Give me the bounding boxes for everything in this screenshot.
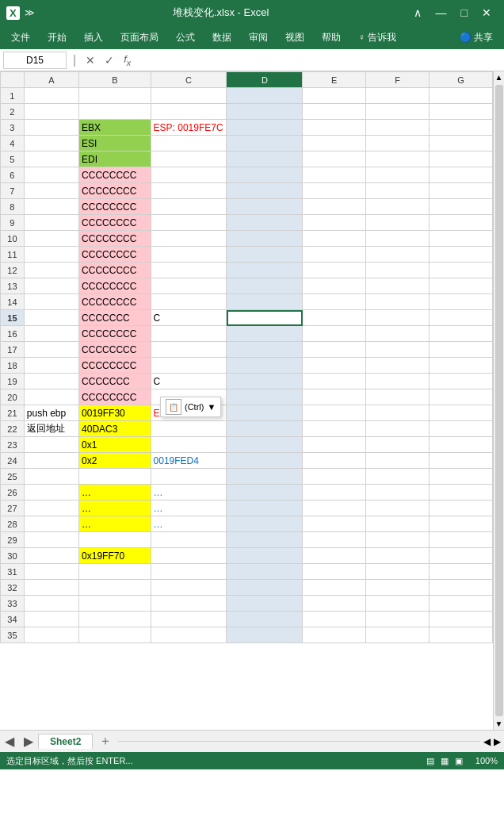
- cell-b13[interactable]: CCCCCCCC: [79, 278, 151, 294]
- cell-c3[interactable]: ESP: 0019FE7C: [151, 120, 227, 136]
- cell-c2[interactable]: [151, 104, 227, 120]
- cell-f16[interactable]: [366, 326, 430, 342]
- cell-a13[interactable]: [24, 278, 78, 294]
- cell-e15[interactable]: [303, 310, 366, 326]
- cell-g18[interactable]: [430, 358, 493, 374]
- cell-d4[interactable]: [227, 136, 303, 152]
- cell-c27[interactable]: …: [151, 501, 227, 516]
- cell-b20[interactable]: CCCCCCCC: [79, 389, 151, 405]
- menu-help[interactable]: 帮助: [314, 28, 349, 48]
- cell-c8[interactable]: [151, 199, 227, 215]
- cell-e1[interactable]: [303, 88, 366, 104]
- menu-view[interactable]: 视图: [277, 28, 312, 48]
- cell-e16[interactable]: [303, 326, 366, 342]
- cell-d18[interactable]: [227, 358, 303, 374]
- insert-function-icon[interactable]: fx: [120, 52, 134, 69]
- cell-b26[interactable]: …: [79, 485, 151, 501]
- cell-g5[interactable]: [430, 152, 493, 167]
- row-header-9[interactable]: 9: [1, 215, 25, 231]
- cell-b6[interactable]: CCCCCCCC: [79, 167, 151, 183]
- cell-d20[interactable]: [227, 389, 303, 405]
- menu-file[interactable]: 文件: [3, 28, 38, 48]
- cell-g4[interactable]: [430, 136, 493, 152]
- cell-c16[interactable]: [151, 326, 227, 342]
- cell-c15[interactable]: C: [151, 310, 227, 326]
- cell-a15[interactable]: [24, 310, 78, 326]
- cell-g3[interactable]: [430, 120, 493, 136]
- cell-c33[interactable]: [151, 596, 227, 612]
- col-header-e[interactable]: E: [303, 72, 366, 88]
- cell-b22[interactable]: 40DAC3: [79, 421, 151, 437]
- cell-c24[interactable]: 0019FED4: [151, 453, 227, 469]
- cell-b2[interactable]: [79, 104, 151, 120]
- cell-d15[interactable]: [227, 310, 303, 326]
- cell-g13[interactable]: [430, 278, 493, 294]
- sheet-tab-sheet2[interactable]: Sheet2: [38, 734, 93, 749]
- scroll-tab-left[interactable]: ◀: [0, 734, 19, 749]
- cell-d17[interactable]: [227, 342, 303, 358]
- cell-f26[interactable]: [366, 485, 430, 501]
- row-header-8[interactable]: 8: [1, 199, 25, 215]
- cell-b17[interactable]: CCCCCCCC: [79, 342, 151, 358]
- cell-c13[interactable]: [151, 278, 227, 294]
- cell-a20[interactable]: [24, 389, 78, 405]
- cell-e11[interactable]: [303, 247, 366, 263]
- cell-b16[interactable]: CCCCCCCC: [79, 326, 151, 342]
- cell-b27[interactable]: …: [79, 501, 151, 516]
- row-header-31[interactable]: 31: [1, 564, 25, 580]
- cell-c17[interactable]: [151, 342, 227, 358]
- cell-e27[interactable]: [303, 501, 366, 516]
- cell-g15[interactable]: [430, 310, 493, 326]
- cell-e13[interactable]: [303, 278, 366, 294]
- cell-c11[interactable]: [151, 247, 227, 263]
- cell-c1[interactable]: [151, 88, 227, 104]
- row-header-24[interactable]: 24: [1, 453, 25, 469]
- cell-b32[interactable]: [79, 580, 151, 596]
- cell-d31[interactable]: [227, 564, 303, 580]
- cell-a26[interactable]: [24, 485, 78, 501]
- cell-c25[interactable]: [151, 469, 227, 485]
- cell-e23[interactable]: [303, 437, 366, 453]
- menu-formula[interactable]: 公式: [168, 28, 203, 48]
- cell-d32[interactable]: [227, 580, 303, 596]
- col-header-a[interactable]: A: [24, 72, 78, 88]
- cell-g9[interactable]: [430, 215, 493, 231]
- cell-f5[interactable]: [366, 152, 430, 167]
- confirm-formula-icon[interactable]: ✓: [101, 52, 117, 68]
- cell-g33[interactable]: [430, 596, 493, 612]
- cell-d16[interactable]: [227, 326, 303, 342]
- add-sheet-button[interactable]: ＋: [93, 731, 118, 751]
- cell-f25[interactable]: [366, 469, 430, 485]
- cell-b28[interactable]: …: [79, 516, 151, 532]
- row-header-32[interactable]: 32: [1, 580, 25, 596]
- row-header-26[interactable]: 26: [1, 485, 25, 501]
- cell-e32[interactable]: [303, 580, 366, 596]
- paste-options-popup[interactable]: 📋 (Ctrl) ▼: [160, 397, 221, 417]
- cell-reference-input[interactable]: D15: [3, 52, 67, 69]
- page-break-view-icon[interactable]: ▣: [455, 756, 463, 766]
- cell-g7[interactable]: [430, 183, 493, 199]
- cell-d23[interactable]: [227, 437, 303, 453]
- cell-f18[interactable]: [366, 358, 430, 374]
- cell-g26[interactable]: [430, 485, 493, 501]
- cell-d19[interactable]: [227, 374, 303, 389]
- cell-e2[interactable]: [303, 104, 366, 120]
- cell-a12[interactable]: [24, 263, 78, 278]
- menu-home[interactable]: 开始: [40, 28, 74, 48]
- row-header-33[interactable]: 33: [1, 596, 25, 612]
- cell-g35[interactable]: [430, 627, 493, 643]
- cell-f17[interactable]: [366, 342, 430, 358]
- cell-e8[interactable]: [303, 199, 366, 215]
- cell-f24[interactable]: [366, 453, 430, 469]
- cell-e18[interactable]: [303, 358, 366, 374]
- cell-a7[interactable]: [24, 183, 78, 199]
- cell-g21[interactable]: [430, 405, 493, 421]
- cell-b31[interactable]: [79, 564, 151, 580]
- cell-e35[interactable]: [303, 627, 366, 643]
- row-header-1[interactable]: 1: [1, 88, 25, 104]
- cell-a34[interactable]: [24, 612, 78, 627]
- cell-a17[interactable]: [24, 342, 78, 358]
- cell-c4[interactable]: [151, 136, 227, 152]
- row-header-11[interactable]: 11: [1, 247, 25, 263]
- cell-f30[interactable]: [366, 548, 430, 564]
